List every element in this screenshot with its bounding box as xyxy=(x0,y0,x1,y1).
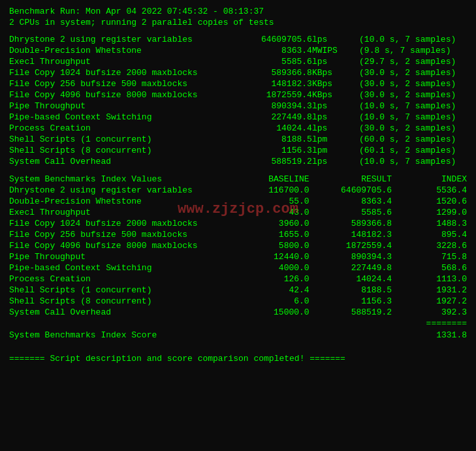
score-label: System Benchmarks Index Score xyxy=(9,329,234,341)
index-row-result: 148182.3 xyxy=(309,229,392,240)
benchmark-info: (10.0 s, 7 samples) xyxy=(359,156,467,167)
benchmark-row: File Copy 256 bufsize 500 maxblocks 1481… xyxy=(9,78,467,89)
benchmark-value: 8363.4 xyxy=(238,45,312,56)
benchmark-name: Shell Scripts (8 concurrent) xyxy=(9,145,238,156)
index-row-result: 64609705.6 xyxy=(309,185,392,196)
index-row-name: Double-Precision Whetstone xyxy=(9,196,234,207)
index-row: Execl Throughput 43.0 5585.6 1299.0 xyxy=(9,207,467,218)
benchmark-info: (60.1 s, 2 samples) xyxy=(359,145,467,156)
index-row-result: 5585.6 xyxy=(309,207,392,218)
index-row-baseline: 5800.0 xyxy=(234,240,309,251)
index-row: System Call Overhead 15000.0 588519.2 39… xyxy=(9,307,467,318)
benchmark-unit: KBps xyxy=(312,67,359,78)
index-row-name: File Copy 4096 bufsize 8000 maxblocks xyxy=(9,240,234,251)
benchmark-name: File Copy 4096 bufsize 8000 maxblocks xyxy=(9,89,238,101)
benchmark-unit: lps xyxy=(312,123,359,134)
benchmark-row: Process Creation 14024.4 lps (30.0 s, 2 … xyxy=(9,123,467,134)
benchmark-name: File Copy 1024 bufsize 2000 maxblocks xyxy=(9,67,238,78)
benchmark-name: Pipe-based Context Switching xyxy=(9,112,238,123)
index-section: System Benchmarks Index Values BASELINE … xyxy=(9,174,467,341)
index-row-index: 1299.0 xyxy=(392,207,467,218)
benchmark-value: 64609705.6 xyxy=(238,34,312,45)
benchmark-unit: lps xyxy=(312,112,359,123)
benchmark-info: (10.0 s, 7 samples) xyxy=(359,112,467,123)
benchmark-info: (30.0 s, 2 samples) xyxy=(359,67,467,78)
index-row-index: 895.4 xyxy=(392,229,467,240)
index-row-result: 227449.8 xyxy=(309,262,392,273)
benchmark-value: 227449.8 xyxy=(238,112,312,123)
benchmark-value: 5585.6 xyxy=(238,56,312,67)
index-row-baseline: 55.0 xyxy=(234,196,309,207)
separator-empty xyxy=(9,318,234,329)
benchmark-name: Execl Throughput xyxy=(9,56,238,67)
benchmark-unit: KBps xyxy=(312,78,359,89)
benchmark-row: Pipe-based Context Switching 227449.8 lp… xyxy=(9,112,467,123)
index-row: File Copy 4096 bufsize 8000 maxblocks 58… xyxy=(9,240,467,251)
index-row-name: Shell Scripts (8 concurrent) xyxy=(9,296,234,307)
index-row-name: Shell Scripts (1 concurrent) xyxy=(9,285,234,296)
benchmark-info: (60.0 s, 2 samples) xyxy=(359,134,467,145)
score-empty xyxy=(234,329,309,341)
index-row-result: 14024.4 xyxy=(309,273,392,285)
index-row-baseline: 116700.0 xyxy=(234,185,309,196)
index-row-result: 1872559.4 xyxy=(309,240,392,251)
index-separator: ======== xyxy=(392,318,467,329)
index-row-index: 1113.0 xyxy=(392,273,467,285)
benchmark-value: 1156.3 xyxy=(238,145,312,156)
index-row-result: 890394.3 xyxy=(309,251,392,262)
benchmark-row: File Copy 4096 bufsize 8000 maxblocks 18… xyxy=(9,89,467,101)
benchmark-unit: lps xyxy=(312,101,359,112)
index-row: File Copy 1024 bufsize 2000 maxblocks 39… xyxy=(9,218,467,229)
benchmark-value: 14024.4 xyxy=(238,123,312,134)
benchmark-value: 8188.5 xyxy=(238,134,312,145)
index-row-name: Process Creation xyxy=(9,273,234,285)
index-row-name: System Call Overhead xyxy=(9,307,234,318)
benchmark-value: 588519.2 xyxy=(238,156,312,167)
index-row-baseline: 3960.0 xyxy=(234,218,309,229)
benchmark-info: (29.7 s, 2 samples) xyxy=(359,56,467,67)
benchmark-unit: lps xyxy=(312,34,359,45)
index-row-index: 5536.4 xyxy=(392,185,467,196)
benchmark-info: (30.0 s, 2 samples) xyxy=(359,89,467,101)
footer-section: ======= Script description and score com… xyxy=(9,354,467,364)
benchmark-info: (30.0 s, 2 samples) xyxy=(359,123,467,134)
benchmark-info: (9.8 s, 7 samples) xyxy=(359,45,467,56)
score-empty2 xyxy=(309,329,392,341)
index-score: 1331.8 xyxy=(392,329,467,341)
index-row-name: Execl Throughput xyxy=(9,207,234,218)
benchmark-value: 148182.3 xyxy=(238,78,312,89)
benchmark-table: Dhrystone 2 using register variables 646… xyxy=(9,34,467,167)
benchmark-row: Shell Scripts (1 concurrent) 8188.5 lpm … xyxy=(9,134,467,145)
benchmark-unit: KBps xyxy=(312,89,359,101)
index-row: Pipe Throughput 12440.0 890394.3 715.8 xyxy=(9,251,467,262)
system-info-line: 2 CPUs in system; running 2 parallel cop… xyxy=(9,18,467,27)
index-row-name: Pipe-based Context Switching xyxy=(9,262,234,273)
index-header-row: System Benchmarks Index Values BASELINE … xyxy=(9,174,467,185)
index-row-index: 3228.6 xyxy=(392,240,467,251)
benchmark-info: (30.0 s, 2 samples) xyxy=(359,78,467,89)
index-row: Double-Precision Whetstone 55.0 8363.4 1… xyxy=(9,196,467,207)
header-section: Benchmark Run: Mon Apr 04 2022 07:45:32 … xyxy=(9,7,467,27)
index-row-baseline: 12440.0 xyxy=(234,251,309,262)
index-row: Shell Scripts (1 concurrent) 42.4 8188.5… xyxy=(9,285,467,296)
benchmark-section: Dhrystone 2 using register variables 646… xyxy=(9,34,467,167)
index-row-baseline: 4000.0 xyxy=(234,262,309,273)
benchmark-name: Process Creation xyxy=(9,123,238,134)
index-row-baseline: 6.0 xyxy=(234,296,309,307)
index-row-name: File Copy 1024 bufsize 2000 maxblocks xyxy=(9,218,234,229)
index-row: Shell Scripts (8 concurrent) 6.0 1156.3 … xyxy=(9,296,467,307)
index-row-index: 1931.2 xyxy=(392,285,467,296)
index-row-name: File Copy 256 bufsize 500 maxblocks xyxy=(9,229,234,240)
separator-empty3 xyxy=(309,318,392,329)
index-header-result: RESULT xyxy=(309,174,392,185)
benchmark-row: File Copy 1024 bufsize 2000 maxblocks 58… xyxy=(9,67,467,78)
index-row-index: 1927.2 xyxy=(392,296,467,307)
index-row-index: 568.6 xyxy=(392,262,467,273)
benchmark-info: (10.0 s, 7 samples) xyxy=(359,101,467,112)
benchmark-unit: lpm xyxy=(312,134,359,145)
benchmark-value: 589366.8 xyxy=(238,67,312,78)
benchmark-name: System Call Overhead xyxy=(9,156,238,167)
benchmark-row: Dhrystone 2 using register variables 646… xyxy=(9,34,467,45)
benchmark-unit: lps xyxy=(312,156,359,167)
index-row-name: Pipe Throughput xyxy=(9,251,234,262)
